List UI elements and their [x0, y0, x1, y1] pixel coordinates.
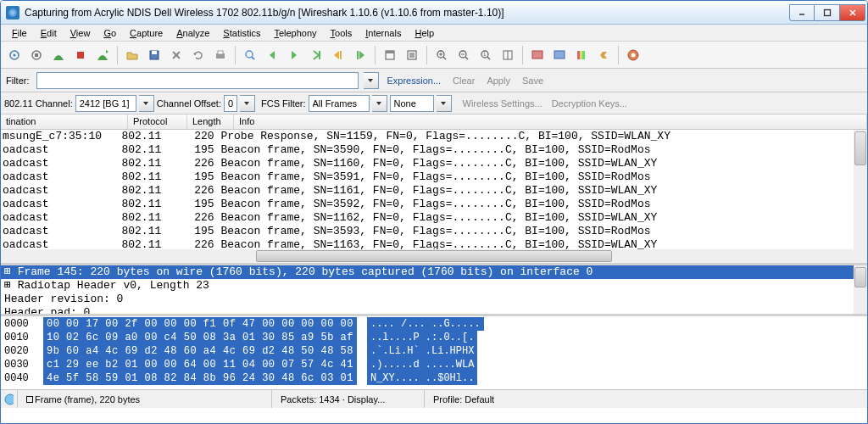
go-back-icon[interactable] — [262, 45, 282, 65]
details-frame-summary[interactable]: ⊞ Frame 145: 220 bytes on wire (1760 bit… — [1, 265, 867, 279]
svg-text:1: 1 — [483, 52, 487, 57]
packet-list-pane[interactable]: tination Protocol Length Info msungE_c7:… — [1, 114, 867, 265]
svg-rect-10 — [152, 51, 157, 54]
menu-file[interactable]: File — [6, 26, 33, 40]
hex-row[interactable]: 000000 00 17 00 2f 00 00 00 f1 0f 47 00 … — [4, 317, 864, 331]
go-to-packet-icon[interactable] — [306, 45, 326, 65]
minimize-button[interactable] — [789, 4, 815, 21]
expert-info-icon[interactable] — [1, 390, 18, 408]
filter-label: Filter: — [6, 75, 31, 86]
maximize-button[interactable] — [815, 4, 840, 21]
resize-columns-icon[interactable] — [498, 45, 518, 65]
capture-filters-icon[interactable] — [527, 45, 548, 65]
reload-icon[interactable] — [188, 45, 209, 65]
packet-list-vscrollbar[interactable] — [854, 130, 867, 249]
col-destination[interactable]: tination — [1, 114, 128, 129]
offset-dropdown[interactable] — [240, 95, 255, 112]
find-icon[interactable] — [240, 45, 260, 65]
wireless-settings-link[interactable]: Wireless Settings... — [459, 98, 546, 109]
interfaces-icon[interactable] — [4, 45, 25, 65]
menu-help[interactable]: Help — [409, 26, 440, 40]
preferences-icon[interactable] — [593, 45, 614, 65]
details-vscrollbar[interactable] — [854, 265, 867, 314]
channel-input[interactable] — [75, 95, 136, 112]
svg-rect-21 — [386, 51, 394, 53]
col-length[interactable]: Length — [187, 114, 234, 129]
offset-input[interactable] — [224, 95, 237, 112]
fcs-label: FCS Filter: — [261, 98, 306, 109]
annotation-icon[interactable] — [26, 396, 33, 403]
hex-row[interactable]: 00404e 5f 58 59 01 08 82 84 8b 96 24 30 … — [4, 371, 864, 385]
details-radiotap-header[interactable]: ⊞ Radiotap Header v0, Length 23 — [1, 279, 867, 293]
svg-point-15 — [246, 51, 253, 58]
decryption-keys-link[interactable]: Decryption Keys... — [548, 98, 631, 109]
svg-rect-8 — [77, 52, 84, 59]
status-profile[interactable]: Profile: Default — [425, 390, 867, 408]
filter-dropdown[interactable] — [364, 72, 379, 89]
colorize-icon[interactable] — [380, 45, 400, 65]
svg-rect-40 — [577, 51, 580, 59]
menu-edit[interactable]: Edit — [35, 26, 63, 40]
go-forward-icon[interactable] — [284, 45, 304, 65]
filter-save-link[interactable]: Save — [519, 75, 547, 86]
menu-internals[interactable]: Internals — [359, 26, 407, 40]
menu-view[interactable]: View — [64, 26, 97, 40]
menu-tools[interactable]: Tools — [325, 26, 359, 40]
offset-label: Channel Offset: — [157, 98, 221, 109]
go-last-icon[interactable] — [350, 45, 370, 65]
svg-rect-7 — [35, 53, 38, 57]
restart-capture-icon[interactable] — [92, 45, 113, 65]
open-file-icon[interactable] — [122, 45, 142, 65]
fcs-input[interactable] — [309, 95, 370, 112]
channel-label: 802.11 Channel: — [4, 98, 73, 109]
wireless-toolbar: 802.11 Channel: Channel Offset: FCS Filt… — [1, 92, 867, 114]
zoom-out-icon[interactable] — [453, 45, 474, 65]
menu-capture[interactable]: Capture — [124, 26, 169, 40]
packet-list-hscrollbar[interactable] — [1, 249, 867, 263]
main-toolbar: 1 — [1, 42, 867, 69]
svg-line-27 — [443, 57, 446, 59]
status-packets: Packets: 1434 · Display... — [272, 390, 425, 408]
hex-row[interactable]: 00209b 60 a4 4c 69 d2 48 60 a4 4c 69 d2 … — [4, 344, 864, 358]
close-button[interactable] — [840, 4, 865, 21]
hex-row[interactable]: 0030c1 29 ee b2 01 00 00 64 00 11 04 00 … — [4, 358, 864, 371]
window-controls — [789, 4, 865, 21]
decrypt-mode-dropdown[interactable] — [437, 95, 452, 112]
hex-row[interactable]: 001010 02 6c 09 a0 00 c4 50 08 3a 01 30 … — [4, 331, 864, 344]
save-file-icon[interactable] — [144, 45, 164, 65]
menu-telephony[interactable]: Telephony — [268, 26, 322, 40]
packet-bytes-pane[interactable]: 000000 00 17 00 2f 00 00 00 f1 0f 47 00 … — [1, 316, 867, 389]
print-icon[interactable] — [210, 45, 231, 65]
filter-input[interactable] — [36, 72, 359, 89]
go-first-icon[interactable] — [328, 45, 348, 65]
auto-scroll-icon[interactable] — [402, 45, 422, 65]
filter-apply-link[interactable]: Apply — [483, 75, 514, 86]
display-filters-icon[interactable] — [549, 45, 570, 65]
menu-statistics[interactable]: Statistics — [217, 26, 266, 40]
stop-capture-icon[interactable] — [70, 45, 91, 65]
decrypt-mode-input[interactable] — [390, 95, 434, 112]
zoom-in-icon[interactable] — [431, 45, 452, 65]
fcs-dropdown[interactable] — [372, 95, 387, 112]
svg-point-44 — [632, 53, 636, 57]
close-file-icon[interactable] — [166, 45, 186, 65]
filter-toolbar: Filter: Expression... Clear Apply Save — [1, 69, 867, 92]
zoom-reset-icon[interactable]: 1 — [476, 45, 496, 65]
menu-go[interactable]: Go — [97, 26, 122, 40]
packet-list-header: tination Protocol Length Info — [1, 114, 867, 130]
window-titlebar: Capturing from Acrylic NDIS Dell Wireles… — [1, 1, 867, 25]
filter-expression-link[interactable]: Expression... — [384, 75, 445, 86]
coloring-rules-icon[interactable] — [571, 45, 592, 65]
packet-list-body[interactable]: msungE_c7:35:10 802.11 220 Probe Respons… — [1, 130, 867, 249]
options-icon[interactable] — [26, 45, 47, 65]
svg-rect-42 — [582, 51, 585, 59]
col-info[interactable]: Info — [234, 114, 867, 129]
filter-clear-link[interactable]: Clear — [449, 75, 478, 86]
help-icon[interactable] — [623, 45, 643, 65]
packet-details-pane[interactable]: ⊞ Frame 145: 220 bytes on wire (1760 bit… — [1, 265, 867, 316]
start-capture-icon[interactable] — [48, 45, 69, 65]
svg-rect-39 — [554, 51, 565, 59]
menu-analyze[interactable]: Analyze — [170, 26, 215, 40]
channel-dropdown[interactable] — [139, 95, 154, 112]
col-protocol[interactable]: Protocol — [128, 114, 187, 129]
